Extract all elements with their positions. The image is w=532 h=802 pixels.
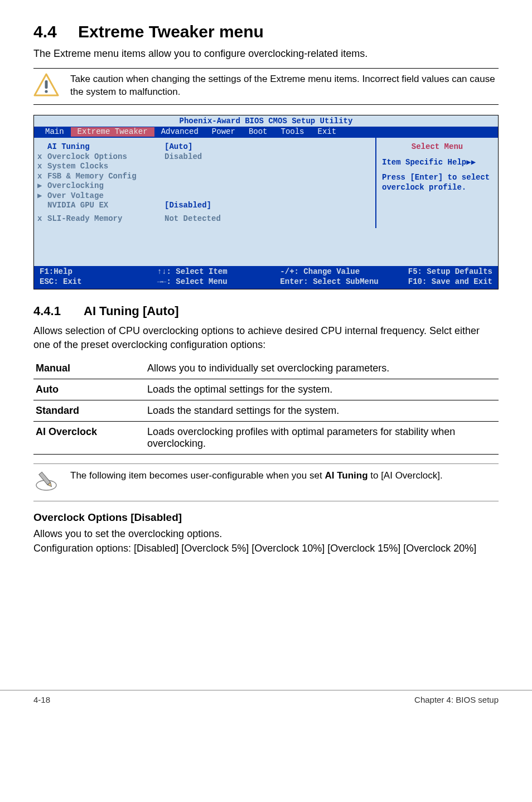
- bios-row-marker: ▶: [37, 191, 47, 201]
- chapter-label: Chapter 4: BIOS setup: [414, 695, 499, 704]
- bios-menu-row[interactable]: xFSB & Memory Config: [37, 172, 370, 182]
- bios-row-marker: [37, 142, 47, 152]
- pencil-icon: [33, 470, 59, 494]
- bios-row-label: SLI-Ready Memory: [47, 214, 165, 224]
- bios-menu-row[interactable]: xSLI-Ready Memory Not Detected: [37, 214, 370, 224]
- bios-menu-row[interactable]: xOverclock OptionsDisabled: [37, 152, 370, 162]
- bios-key-change-value: -/+: Change Value: [280, 267, 360, 277]
- bios-key-setup-defaults: F5: Setup Defaults: [408, 267, 492, 277]
- bios-help-panel: Select Menu Item Specific Help▶▶ Press […: [375, 138, 498, 228]
- option-key: Manual: [33, 358, 145, 379]
- option-key: Standard: [33, 400, 145, 421]
- info-note-post: to [AI Overclock].: [368, 470, 443, 481]
- caution-text: Take caution when changing the settings …: [70, 73, 499, 99]
- bios-tab[interactable]: Exit: [311, 127, 344, 137]
- bios-row-label: System Clocks: [47, 162, 165, 172]
- bios-menu-row[interactable]: xSystem Clocks: [37, 162, 370, 172]
- section-heading: 4.4Extreme Tweaker menu: [33, 22, 499, 41]
- intro-paragraph: The Extreme menu items allow you to conf…: [33, 47, 499, 60]
- bios-row-marker: ▶: [37, 181, 47, 191]
- bios-menu-row[interactable]: NVIDIA GPU EX[Disabled]: [37, 201, 370, 211]
- bios-row-value: [Auto]: [165, 142, 192, 152]
- bios-row-marker: x: [37, 152, 47, 162]
- subsection-description: Allows selection of CPU overclocking opt…: [33, 324, 499, 351]
- bios-tab-bar: MainExtreme TweakerAdvancedPowerBootTool…: [34, 127, 498, 138]
- svg-rect-3: [39, 472, 51, 485]
- bios-row-marker: x: [37, 162, 47, 172]
- info-note-bold: AI Tuning: [325, 470, 367, 481]
- bios-tab[interactable]: Main: [38, 127, 71, 137]
- bios-help-text: Press [Enter] to select overclock profil…: [382, 173, 492, 192]
- option-row: ManualAllows you to individually set ove…: [33, 358, 499, 379]
- bios-row-marker: x: [37, 214, 47, 224]
- option-desc: Loads the standard settings for the syst…: [145, 400, 499, 421]
- page-footer: 4-18 Chapter 4: BIOS setup: [0, 690, 532, 711]
- section-number: 4.4: [33, 22, 78, 41]
- option-desc: Loads the optimal settings for the syste…: [145, 379, 499, 400]
- info-note: The following item becomes user-configur…: [33, 463, 499, 501]
- caution-icon: [33, 73, 59, 99]
- bios-row-value: Disabled: [165, 152, 202, 162]
- option-desc: Loads overclocking profiles with optimal…: [145, 421, 499, 454]
- bios-menu-row[interactable]: AI Tuning[Auto]: [37, 142, 370, 152]
- option-key: Auto: [33, 379, 145, 400]
- bios-row-label: NVIDIA GPU EX: [47, 201, 165, 211]
- svg-point-1: [45, 90, 47, 93]
- bios-menu-row[interactable]: ▶Overclocking: [37, 181, 370, 191]
- bios-row-label: FSB & Memory Config: [47, 172, 165, 182]
- bios-row-label: AI Tuning: [47, 142, 165, 152]
- bios-key-select-submenu: Enter: Select SubMenu: [280, 277, 378, 287]
- bios-row-value: [Disabled]: [165, 201, 211, 211]
- bios-row-marker: x: [37, 172, 47, 182]
- bios-row-marker: [37, 201, 47, 211]
- overclock-options-line1: Allows you to set the overclocking optio…: [33, 527, 499, 540]
- caution-note: Take caution when changing the settings …: [33, 68, 499, 105]
- bios-row-value: Not Detected: [165, 214, 221, 224]
- bios-tab[interactable]: Extreme Tweaker: [71, 127, 154, 137]
- bios-screenshot: Phoenix-Award BIOS CMOS Setup Utility Ma…: [33, 115, 499, 289]
- bios-tab[interactable]: Boot: [242, 127, 274, 137]
- bios-select-menu-label: Select Menu: [382, 142, 492, 152]
- page-number: 4-18: [33, 695, 50, 704]
- bios-tab[interactable]: Power: [205, 127, 242, 137]
- bios-menu-items: AI Tuning[Auto]xOverclock OptionsDisable…: [34, 138, 375, 228]
- subsection-number: 4.4.1: [33, 304, 84, 318]
- bios-row-label: Overclock Options: [47, 152, 165, 162]
- option-key: AI Overclock: [33, 421, 145, 454]
- option-row: AI OverclockLoads overclocking profiles …: [33, 421, 499, 454]
- section-title-text: Extreme Tweaker menu: [78, 22, 264, 41]
- bios-tab[interactable]: Advanced: [154, 127, 205, 137]
- subsection-title: AI Tuning [Auto]: [84, 304, 179, 318]
- bios-footer-keys: F1:Help ↑↓: Select Item -/+: Change Valu…: [34, 266, 498, 289]
- subsection-heading: 4.4.1AI Tuning [Auto]: [33, 304, 499, 318]
- bios-tab[interactable]: Tools: [274, 127, 311, 137]
- options-table: ManualAllows you to individually set ove…: [33, 358, 499, 455]
- option-row: AutoLoads the optimal settings for the s…: [33, 379, 499, 400]
- option-row: StandardLoads the standard settings for …: [33, 400, 499, 421]
- bios-item-specific-help: Item Specific Help▶▶: [382, 158, 492, 168]
- overclock-options-heading: Overclock Options [Disabled]: [33, 511, 499, 524]
- info-note-text: The following item becomes user-configur…: [70, 470, 443, 482]
- bios-row-label: Overclocking: [47, 181, 165, 191]
- bios-utility-title: Phoenix-Award BIOS CMOS Setup Utility: [34, 115, 498, 127]
- info-note-pre: The following item becomes user-configur…: [70, 470, 325, 481]
- bios-row-label: Over Voltage: [47, 191, 165, 201]
- option-desc: Allows you to individually set overclock…: [145, 358, 499, 379]
- bios-menu-row[interactable]: ▶Over Voltage: [37, 191, 370, 201]
- overclock-options-line2: Configuration options: [Disabled] [Overc…: [33, 542, 499, 555]
- svg-rect-0: [45, 80, 48, 89]
- bios-key-save-exit: F10: Save and Exit: [408, 277, 492, 287]
